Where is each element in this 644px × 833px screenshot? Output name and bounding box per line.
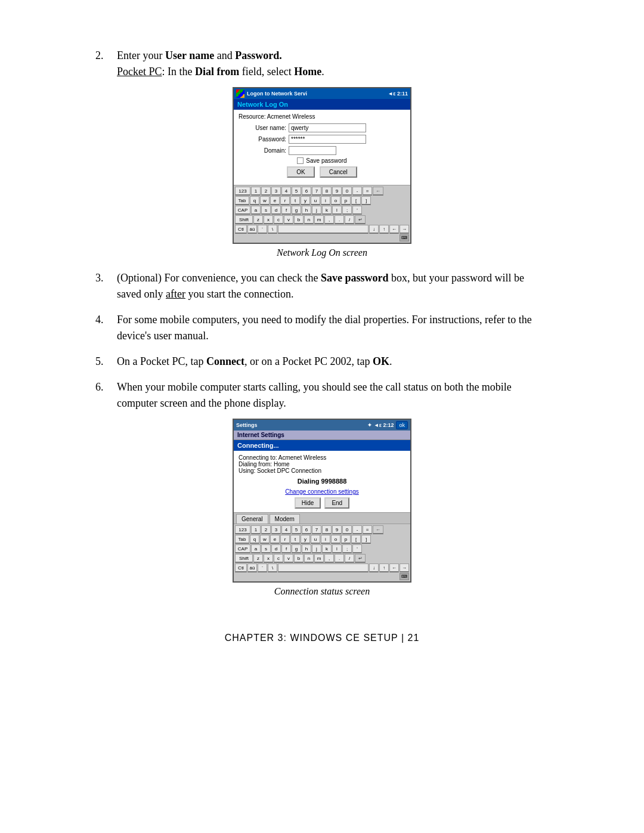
kb2-key-shift[interactable]: Shift [235, 554, 253, 563]
kb2-key-b[interactable]: b [294, 554, 304, 563]
kb-key-up[interactable]: ↑ [379, 225, 389, 234]
kb-key-equals[interactable]: = [363, 187, 372, 196]
kb2-key-4[interactable]: 4 [281, 525, 291, 534]
screen2-hide-button[interactable]: Hide [295, 497, 321, 509]
kb-key-2[interactable]: 2 [261, 187, 271, 196]
kb-key-u[interactable]: u [311, 196, 320, 205]
kb2-key-u[interactable]: u [311, 535, 320, 544]
kb2-key-p[interactable]: p [341, 535, 351, 544]
kb-key-z[interactable]: z [253, 215, 263, 224]
kb-key-k[interactable]: k [322, 206, 332, 215]
kb2-key-y[interactable]: y [301, 535, 310, 544]
kb2-key-k[interactable]: k [322, 544, 332, 553]
kb-key-left[interactable]: ← [389, 225, 399, 234]
kb2-key-enter[interactable]: ↵ [355, 554, 366, 563]
kb-key-4[interactable]: 4 [281, 187, 291, 196]
kb2-key-equals[interactable]: = [363, 525, 372, 534]
keyboard2-icon[interactable]: ⌨ [400, 573, 409, 580]
kb2-key-n[interactable]: n [304, 554, 314, 563]
kb-key-v[interactable]: v [284, 215, 293, 224]
screen2-tab-modem[interactable]: Modem [270, 514, 300, 524]
kb2-key-6[interactable]: 6 [302, 525, 311, 534]
kb2-key-d[interactable]: d [271, 544, 281, 553]
kb2-key-123[interactable]: 123 [235, 525, 250, 534]
kb2-key-rbracket[interactable]: ] [361, 535, 371, 544]
kb2-key-ctrl[interactable]: Ctl [235, 563, 247, 572]
kb2-key-s[interactable]: s [261, 544, 271, 553]
kb-key-semicolon[interactable]: ; [342, 206, 352, 215]
kb-key-n[interactable]: n [304, 215, 314, 224]
kb2-key-f[interactable]: f [281, 544, 291, 553]
kb-key-h[interactable]: h [302, 206, 311, 215]
kb-key-e[interactable]: e [270, 196, 280, 205]
kb2-key-9[interactable]: 9 [332, 525, 342, 534]
kb-key-m[interactable]: m [314, 215, 324, 224]
kb-key-s[interactable]: s [261, 206, 271, 215]
kb-key-w[interactable]: w [260, 196, 270, 205]
kb-key-7[interactable]: 7 [312, 187, 321, 196]
kb-key-ctrl[interactable]: Ctl [235, 225, 247, 234]
screen1-ok-button[interactable]: OK [287, 166, 314, 178]
kb-key-i[interactable]: i [321, 196, 330, 205]
kb-key-shift[interactable]: Shift [235, 215, 253, 224]
kb-key-rbracket[interactable]: ] [361, 196, 371, 205]
kb-key-123[interactable]: 123 [235, 187, 250, 196]
screen2-ok-button[interactable]: ok [396, 421, 408, 429]
kb2-key-a[interactable]: a [251, 544, 261, 553]
kb2-key-left[interactable]: ← [389, 563, 399, 572]
kb2-key-t[interactable]: t [290, 535, 300, 544]
kb-key-right[interactable]: → [400, 225, 409, 234]
kb-key-period[interactable]: . [335, 215, 344, 224]
kb-key-r[interactable]: r [280, 196, 290, 205]
kb-key-6[interactable]: 6 [302, 187, 311, 196]
screen2-end-button[interactable]: End [324, 497, 349, 509]
kb-key-j[interactable]: j [312, 206, 321, 215]
kb2-key-down[interactable]: ↓ [369, 563, 379, 572]
kb2-key-minus[interactable]: - [352, 525, 362, 534]
kb2-key-quote[interactable]: ' [352, 544, 362, 553]
kb-key-g[interactable]: g [292, 206, 301, 215]
kb2-key-backslash[interactable]: \ [268, 563, 277, 572]
keyboard-icon[interactable]: ⌨ [400, 234, 409, 241]
screen2-change-link[interactable]: Change connection settings [239, 488, 405, 495]
kb-key-x[interactable]: x [264, 215, 273, 224]
kb2-key-1[interactable]: 1 [251, 525, 261, 534]
kb2-key-v[interactable]: v [284, 554, 293, 563]
kb2-key-q[interactable]: q [250, 535, 259, 544]
kb-key-backslash[interactable]: \ [268, 225, 277, 234]
kb-key-8[interactable]: 8 [322, 187, 332, 196]
kb2-key-up[interactable]: ↑ [379, 563, 389, 572]
kb-key-quote[interactable]: ' [352, 206, 362, 215]
kb2-key-h[interactable]: h [302, 544, 311, 553]
kb2-key-lbracket[interactable]: [ [351, 535, 361, 544]
kb-key-tab[interactable]: Tab [235, 196, 249, 205]
kb2-key-right[interactable]: → [400, 563, 409, 572]
kb2-key-i[interactable]: i [321, 535, 330, 544]
kb-key-p[interactable]: p [341, 196, 351, 205]
kb2-key-backtick[interactable]: ` [258, 563, 267, 572]
kb2-key-period[interactable]: . [335, 554, 344, 563]
kb2-key-5[interactable]: 5 [292, 525, 301, 534]
kb2-key-7[interactable]: 7 [312, 525, 321, 534]
kb2-key-j[interactable]: j [312, 544, 321, 553]
kb-key-3[interactable]: 3 [271, 187, 281, 196]
kb2-key-m[interactable]: m [314, 554, 324, 563]
kb-key-lbracket[interactable]: [ [351, 196, 361, 205]
screen1-username-input[interactable] [289, 123, 366, 132]
kb-key-backspace[interactable]: ← [373, 187, 383, 196]
kb-key-y[interactable]: y [301, 196, 310, 205]
kb2-key-e[interactable]: e [270, 535, 280, 544]
screen1-domain-input[interactable] [289, 146, 336, 155]
screen1-password-input[interactable] [289, 135, 366, 144]
kb2-key-3[interactable]: 3 [271, 525, 281, 534]
kb-key-5[interactable]: 5 [292, 187, 301, 196]
kb-key-space[interactable] [278, 225, 369, 234]
kb-key-q[interactable]: q [250, 196, 259, 205]
kb-key-d[interactable]: d [271, 206, 281, 215]
kb-key-comma[interactable]: , [324, 215, 334, 224]
kb2-key-2[interactable]: 2 [261, 525, 271, 534]
kb2-key-slash[interactable]: / [345, 554, 354, 563]
kb2-key-z[interactable]: z [253, 554, 263, 563]
kb-key-au[interactable]: áü [247, 225, 257, 234]
kb-key-enter[interactable]: ↵ [355, 215, 366, 224]
